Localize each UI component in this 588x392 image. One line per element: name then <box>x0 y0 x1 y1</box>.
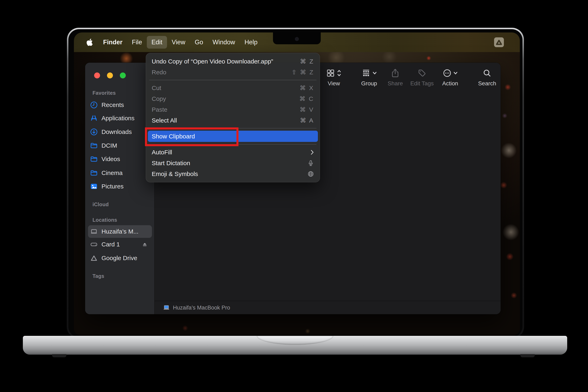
globe-icon <box>308 171 314 177</box>
menu-item-redo[interactable]: Redo ⇧ ⌘ Z <box>146 67 320 78</box>
sidebar-item-label: Google Drive <box>102 254 137 262</box>
menubar-item-edit[interactable]: Edit <box>147 36 167 48</box>
menu-item-autofill[interactable]: AutoFill <box>146 147 320 158</box>
share-icon <box>391 68 400 78</box>
sidebar-item-label: Huzaifa’s M... <box>102 228 138 235</box>
laptop-icon <box>90 228 98 236</box>
menu-separator <box>149 80 316 80</box>
lid-opening-notch <box>257 336 334 345</box>
traffic-lights <box>94 72 126 78</box>
menubar-item-finder[interactable]: Finder <box>98 36 127 48</box>
laptop-status-icon <box>163 305 170 310</box>
sidebar-item-videos[interactable]: Videos <box>90 153 150 166</box>
ellipsis-circle-icon <box>443 68 452 78</box>
sidebar-item-downloads[interactable]: Downloads <box>90 126 150 138</box>
sidebar-item-label: DCIM <box>102 142 117 149</box>
menu-item-emoji-symbols[interactable]: Emoji & Symbols <box>146 168 320 179</box>
toolbar-share-button[interactable]: Share <box>388 67 403 87</box>
microphone-icon <box>308 160 314 166</box>
app-store-icon <box>90 114 98 122</box>
laptop-lid: Finder File Edit View Go Window Help <box>67 28 524 338</box>
zoom-button[interactable] <box>120 72 126 78</box>
laptop-foot <box>52 354 66 357</box>
apple-logo-icon[interactable] <box>86 38 93 46</box>
sidebar-item-pictures[interactable]: Pictures <box>90 180 150 193</box>
edit-menu-dropdown: Undo Copy of “Open Video Downloader.app”… <box>146 53 320 182</box>
minimize-button[interactable] <box>107 72 113 78</box>
macbook-mockup: Finder File Edit View Go Window Help <box>0 0 588 392</box>
download-circle-icon <box>90 128 98 136</box>
google-drive-menubar-icon[interactable] <box>494 37 504 47</box>
menu-item-cut[interactable]: Cut ⌘ X <box>146 82 320 93</box>
tag-icon <box>418 68 426 78</box>
eject-icon[interactable] <box>142 242 148 247</box>
laptop-foot <box>520 354 535 357</box>
menu-item-undo[interactable]: Undo Copy of “Open Video Downloader.app”… <box>146 56 320 67</box>
updown-chevrons-icon <box>337 69 342 77</box>
google-drive-icon <box>90 254 98 262</box>
sidebar-item-applications[interactable]: Applications <box>90 112 150 124</box>
sidebar-item-dcim[interactable]: DCIM <box>90 139 150 152</box>
annotation-highlight-box <box>145 128 238 146</box>
group-rows-icon <box>362 68 371 78</box>
screen: Finder File Edit View Go Window Help <box>74 32 520 336</box>
window-sidebar: Favorites Recents Applications Downloads <box>85 63 155 314</box>
external-drive-icon <box>90 240 98 248</box>
photo-icon <box>90 182 98 190</box>
close-button[interactable] <box>94 72 100 78</box>
menu-item-copy[interactable]: Copy ⌘ C <box>146 93 320 104</box>
sidebar-section-favorites: Favorites <box>92 90 116 96</box>
toolbar-edit-tags-button[interactable]: Edit Tags <box>410 67 434 87</box>
toolbar-view-button[interactable]: View <box>326 67 342 87</box>
toolbar-action-button[interactable]: Action <box>442 67 458 87</box>
menubar-item-go[interactable]: Go <box>190 36 208 48</box>
chevron-down-icon <box>453 72 458 75</box>
sidebar-section-locations: Locations <box>92 217 117 223</box>
grid-view-icon <box>326 68 335 78</box>
menubar-item-view[interactable]: View <box>167 36 190 48</box>
sidebar-section-tags: Tags <box>92 273 104 279</box>
search-icon <box>483 68 492 78</box>
status-bar: Huzaifa’s MacBook Pro <box>155 301 500 314</box>
sidebar-item-label: Card 1 <box>102 241 120 248</box>
menu-item-paste[interactable]: Paste ⌘ V <box>146 104 320 115</box>
sidebar-item-label: Recents <box>102 102 124 108</box>
screen-bezel: Finder File Edit View Go Window Help <box>68 29 522 337</box>
chevron-down-icon <box>372 72 377 75</box>
clock-icon <box>90 101 98 109</box>
display-notch <box>273 32 321 44</box>
toolbar-search-button[interactable]: Search <box>478 67 496 87</box>
status-bar-label: Huzaifa’s MacBook Pro <box>173 304 230 311</box>
sidebar-item-label: Cinema <box>102 170 122 176</box>
sidebar-item-label: Downloads <box>102 128 132 135</box>
folder-icon <box>90 155 98 163</box>
menu-item-start-dictation[interactable]: Start Dictation <box>146 158 320 168</box>
sidebar-item-label: Pictures <box>102 183 124 190</box>
menubar-item-file[interactable]: File <box>127 36 147 48</box>
menu-item-select-all[interactable]: Select All ⌘ A <box>146 115 320 126</box>
menubar-item-window[interactable]: Window <box>208 36 240 48</box>
sidebar-item-label: Videos <box>102 156 120 162</box>
sidebar-item-cinema[interactable]: Cinema <box>90 166 150 179</box>
menubar-item-help[interactable]: Help <box>240 36 262 48</box>
sidebar-item-recents[interactable]: Recents <box>90 98 150 111</box>
folder-icon <box>90 142 98 150</box>
sidebar-item-label: Applications <box>102 115 134 122</box>
sidebar-item-card-1[interactable]: Card 1 <box>90 238 150 251</box>
folder-icon <box>90 169 98 177</box>
laptop-base <box>23 336 567 355</box>
sidebar-item-google-drive[interactable]: Google Drive <box>90 252 150 264</box>
camera-dot <box>295 37 299 41</box>
submenu-chevron-icon <box>310 150 314 155</box>
toolbar-group-button[interactable]: Group <box>361 67 377 87</box>
sidebar-section-icloud: iCloud <box>92 202 109 208</box>
sidebar-item-huzaifas-macbook[interactable]: Huzaifa’s M... <box>88 225 152 238</box>
